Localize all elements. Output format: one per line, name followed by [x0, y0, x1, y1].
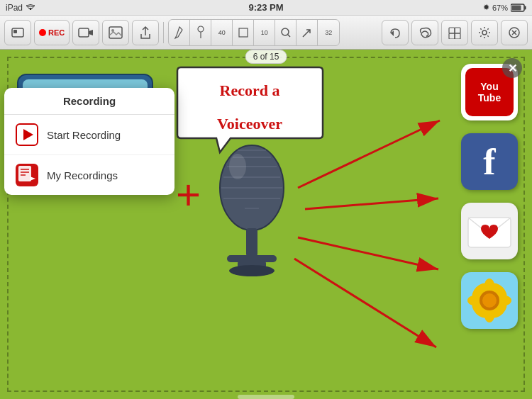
battery-icon [511, 4, 526, 12]
my-recordings-item[interactable]: My Recordings [4, 155, 174, 195]
svg-rect-16 [449, 28, 455, 33]
svg-rect-18 [449, 33, 455, 39]
settings-button[interactable] [471, 20, 498, 45]
status-time: 9:23 PM [248, 2, 283, 13]
separator-1 [163, 22, 164, 43]
home-bar [238, 395, 294, 399]
svg-rect-7 [109, 27, 122, 38]
svg-rect-46 [246, 228, 257, 257]
my-recordings-icon [16, 164, 38, 186]
frame-button[interactable] [233, 20, 254, 45]
image-button[interactable] [102, 20, 129, 45]
multiselect-button[interactable] [441, 20, 468, 45]
recording-popup: Recording Start Recording My Recordings [4, 88, 174, 195]
page-separator: of [260, 52, 270, 62]
share-button[interactable] [132, 20, 159, 45]
content-close-button[interactable]: ✕ [502, 58, 522, 78]
rec-label: REC [48, 28, 65, 37]
status-right: ✹ 67% [483, 3, 526, 12]
toolbar-right [382, 20, 528, 45]
num32-button[interactable]: 32 [318, 20, 339, 45]
svg-text:Voiceover: Voiceover [217, 115, 282, 133]
home-button[interactable] [4, 20, 31, 45]
close-toolbar-button[interactable] [501, 20, 528, 45]
facebook-icon[interactable]: f [461, 133, 518, 190]
status-bar: iPad 9:23 PM ✹ 67% [0, 0, 532, 16]
mail-icon[interactable] [461, 203, 518, 259]
video-icon [78, 27, 94, 38]
svg-rect-19 [455, 33, 460, 39]
wifi-icon [26, 4, 35, 11]
num-group-1: 40 10 32 [168, 19, 340, 46]
my-recordings-label: My Recordings [47, 169, 118, 181]
svg-text:Record a: Record a [220, 82, 280, 99]
microphone [206, 142, 298, 312]
rec-button[interactable]: REC [34, 20, 70, 45]
lasso-button[interactable] [411, 20, 438, 45]
main-content: ✕ + Record a [0, 50, 532, 399]
svg-rect-4 [13, 30, 17, 33]
start-recording-label: Start Recording [47, 129, 121, 141]
home-icon [11, 27, 25, 38]
frame-icon [238, 27, 249, 38]
svg-point-65 [482, 293, 497, 308]
start-recording-icon [16, 123, 38, 146]
pin-icon [195, 26, 206, 40]
search-button[interactable] [275, 20, 297, 45]
page-counter: 6 of 15 [245, 50, 287, 64]
right-icons: You Tube f [461, 64, 518, 329]
svg-line-14 [287, 34, 290, 37]
multiselect-icon [448, 26, 462, 39]
settings-icon [477, 26, 492, 40]
bluetooth-icon: ✹ [483, 3, 489, 12]
facebook-f-label: f [483, 141, 495, 183]
current-page: 6 [253, 52, 258, 62]
svg-point-20 [482, 30, 487, 35]
play-triangle [23, 129, 33, 140]
svg-marker-6 [89, 30, 93, 35]
svg-point-49 [229, 265, 275, 276]
svg-rect-2 [512, 5, 521, 10]
flower-icon[interactable] [461, 272, 518, 329]
svg-rect-12 [239, 28, 248, 37]
svg-rect-17 [455, 28, 460, 33]
flower-svg [465, 276, 514, 325]
youtube-you-text: You [480, 81, 498, 92]
pencil-icon [174, 26, 185, 40]
plus-sign: + [176, 174, 201, 216]
microphone-svg [206, 142, 298, 312]
arrow-button[interactable] [297, 20, 318, 45]
svg-rect-5 [79, 28, 89, 37]
search-icon [280, 27, 292, 38]
undo-icon [388, 26, 402, 39]
arrow-icon [301, 27, 313, 38]
youtube-tube-text: Tube [478, 92, 501, 103]
svg-marker-9 [175, 27, 182, 38]
carrier-label: iPad [6, 3, 23, 13]
status-left: iPad [6, 3, 35, 13]
svg-marker-70 [30, 176, 35, 181]
start-recording-item[interactable]: Start Recording [4, 115, 174, 155]
battery-label: 67% [492, 4, 508, 12]
svg-point-45 [229, 154, 246, 179]
video-button[interactable] [72, 20, 99, 45]
num40-button[interactable]: 40 [211, 20, 233, 45]
lasso-icon [418, 26, 432, 40]
recordings-svg [16, 164, 38, 186]
close-x-icon: ✕ [508, 62, 517, 75]
undo-button[interactable] [382, 20, 409, 45]
pin-button[interactable] [190, 20, 211, 45]
share-icon [138, 26, 153, 40]
recording-popup-title: Recording [4, 88, 174, 115]
total-pages: 15 [270, 52, 279, 62]
num10-button[interactable]: 10 [254, 20, 275, 45]
speech-bubble: Record a Voiceover [167, 64, 330, 149]
close-toolbar-icon [509, 27, 520, 38]
image-icon [109, 26, 123, 39]
svg-rect-1 [525, 6, 526, 9]
svg-point-10 [198, 26, 204, 32]
pencil-button[interactable] [169, 20, 190, 45]
rec-dot [39, 29, 46, 36]
svg-rect-66 [18, 166, 31, 181]
mail-svg [465, 212, 514, 251]
